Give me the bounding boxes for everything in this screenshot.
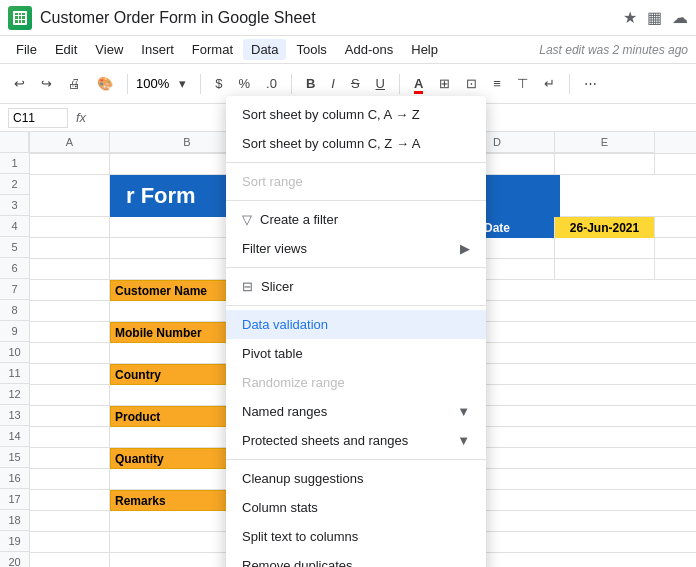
cell-e6[interactable] [555, 259, 655, 280]
filter-views-arrow: ▶ [460, 241, 470, 256]
star-icon[interactable]: ★ [623, 8, 637, 27]
cell-a9[interactable] [30, 322, 110, 343]
col-header-A[interactable]: A [30, 132, 110, 153]
fx-label: fx [76, 110, 86, 125]
row-num-13: 13 [0, 405, 29, 426]
undo-button[interactable]: ↩ [8, 72, 31, 95]
currency-button[interactable]: $ [209, 72, 228, 95]
menu-insert[interactable]: Insert [133, 39, 182, 60]
cell-a1[interactable] [30, 154, 110, 175]
cell-a6[interactable] [30, 259, 110, 280]
cell-a13[interactable] [30, 406, 110, 427]
row-num-9: 9 [0, 321, 29, 342]
protected-sheets-label: Protected sheets and ranges [242, 433, 408, 448]
cell-a16[interactable] [30, 469, 110, 490]
paint-format-button[interactable]: 🎨 [91, 72, 119, 95]
row-num-17: 17 [0, 489, 29, 510]
cell-a20[interactable] [30, 553, 110, 567]
align-button[interactable]: ≡ [487, 72, 507, 95]
strikethrough-button[interactable]: S [345, 72, 366, 95]
slicer-icon: ⊟ [242, 279, 253, 294]
randomize-range-item: Randomize range [226, 368, 486, 397]
print-button[interactable]: 🖨 [62, 72, 87, 95]
last-edit: Last edit was 2 minutes ago [539, 43, 688, 57]
filter-views-item[interactable]: Filter views ▶ [226, 234, 486, 263]
zoom-dropdown[interactable]: ▾ [173, 72, 192, 95]
sort-desc-label: Sort sheet by column C, Z → A [242, 136, 420, 151]
italic-button[interactable]: I [325, 72, 341, 95]
menu-addons[interactable]: Add-ons [337, 39, 401, 60]
bold-button[interactable]: B [300, 72, 321, 95]
slicer-label: Slicer [261, 279, 294, 294]
cell-a14[interactable] [30, 427, 110, 448]
drive-icon[interactable]: ▦ [647, 8, 662, 27]
more-button[interactable]: ⋯ [578, 72, 603, 95]
form-title: r Form [126, 183, 196, 209]
row-num-8: 8 [0, 300, 29, 321]
cell-a11[interactable] [30, 364, 110, 385]
menu-edit[interactable]: Edit [47, 39, 85, 60]
date-value: 26-Jun-2021 [555, 217, 655, 238]
menu-view[interactable]: View [87, 39, 131, 60]
wrap-button[interactable]: ↵ [538, 72, 561, 95]
sort-desc-item[interactable]: Sort sheet by column C, Z → A [226, 129, 486, 158]
toolbar-sep-2 [200, 74, 201, 94]
merge-button[interactable]: ⊡ [460, 72, 483, 95]
row-num-18: 18 [0, 510, 29, 531]
row-numbers: 1 2 3 4 5 6 7 8 9 10 11 12 13 14 15 16 1… [0, 132, 30, 567]
cell-a10[interactable] [30, 343, 110, 364]
remove-duplicates-label: Remove duplicates [242, 558, 353, 567]
menu-divider-4 [226, 305, 486, 306]
row-num-15: 15 [0, 447, 29, 468]
cell-a19[interactable] [30, 532, 110, 553]
redo-button[interactable]: ↪ [35, 72, 58, 95]
cell-a5[interactable] [30, 238, 110, 259]
toolbar-sep-1 [127, 74, 128, 94]
cell-a18[interactable] [30, 511, 110, 532]
row-num-16: 16 [0, 468, 29, 489]
row-num-12: 12 [0, 384, 29, 405]
percent-button[interactable]: % [232, 72, 256, 95]
col-header-E[interactable]: E [555, 132, 655, 153]
valign-button[interactable]: ⊤ [511, 72, 534, 95]
named-ranges-label: Named ranges [242, 404, 327, 419]
column-stats-label: Column stats [242, 500, 318, 515]
menu-help[interactable]: Help [403, 39, 446, 60]
sort-asc-item[interactable]: Sort sheet by column C, A → Z [226, 100, 486, 129]
menu-format[interactable]: Format [184, 39, 241, 60]
column-stats-item[interactable]: Column stats [226, 493, 486, 522]
slicer-item[interactable]: ⊟ Slicer [226, 272, 486, 301]
row-num-19: 19 [0, 531, 29, 552]
sheets-logo [8, 6, 32, 30]
decimal-button[interactable]: .0 [260, 72, 283, 95]
cell-a12[interactable] [30, 385, 110, 406]
remove-duplicates-item[interactable]: Remove duplicates [226, 551, 486, 567]
cell-reference[interactable] [8, 108, 68, 128]
data-validation-item[interactable]: Data validation [226, 310, 486, 339]
create-filter-item[interactable]: ▽ Create a filter [226, 205, 486, 234]
cell-a17[interactable] [30, 490, 110, 511]
named-ranges-item[interactable]: Named ranges ▼ [226, 397, 486, 426]
cell-a2[interactable] [30, 175, 110, 217]
cleanup-suggestions-item[interactable]: Cleanup suggestions [226, 464, 486, 493]
pivot-table-item[interactable]: Pivot table [226, 339, 486, 368]
cell-a15[interactable] [30, 448, 110, 469]
menu-tools[interactable]: Tools [288, 39, 334, 60]
cell-a7[interactable] [30, 280, 110, 301]
data-menu-dropdown[interactable]: Sort sheet by column C, A → Z Sort sheet… [226, 96, 486, 567]
border-button[interactable]: ⊞ [433, 72, 456, 95]
cell-e1[interactable] [555, 154, 655, 175]
sort-range-item: Sort range [226, 167, 486, 196]
zoom-level: 100% [136, 76, 169, 91]
menu-data[interactable]: Data [243, 39, 286, 60]
menu-file[interactable]: File [8, 39, 45, 60]
protected-sheets-item[interactable]: Protected sheets and ranges ▼ [226, 426, 486, 455]
filter-views-label: Filter views [242, 241, 307, 256]
cell-a8[interactable] [30, 301, 110, 322]
row-num-3: 3 [0, 195, 29, 216]
split-text-item[interactable]: Split text to columns [226, 522, 486, 551]
cell-a4[interactable] [30, 217, 110, 238]
font-color-button[interactable]: A [408, 72, 429, 95]
underline-button[interactable]: U [370, 72, 391, 95]
cell-e5[interactable] [555, 238, 655, 259]
